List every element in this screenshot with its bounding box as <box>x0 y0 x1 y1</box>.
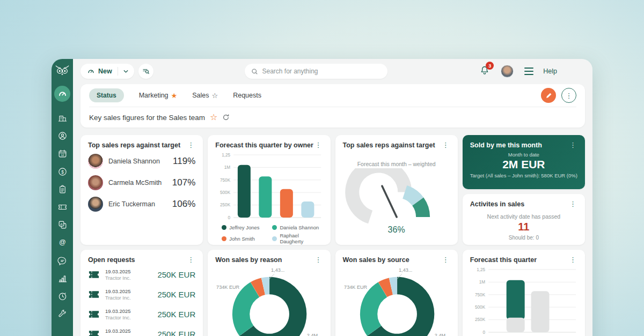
at-icon: @ <box>57 237 68 248</box>
request-company: Tractor Inc. <box>105 275 131 281</box>
card-menu-icon[interactable]: ⋮ <box>186 141 195 148</box>
card-menu-icon[interactable]: ⋮ <box>441 141 450 148</box>
card-menu-icon[interactable]: ⋮ <box>568 141 577 148</box>
request-amount: 250K EUR <box>157 330 195 336</box>
card-menu-icon[interactable]: ⋮ <box>314 141 323 148</box>
svg-text:734K EUR: 734K EUR <box>344 285 367 290</box>
card-menu-icon[interactable]: ⋮ <box>441 256 450 263</box>
contacts-icon <box>57 131 68 141</box>
notifications-button[interactable]: 3 <box>479 65 490 78</box>
help-link[interactable]: Help <box>543 68 557 75</box>
rep-percentage: 106% <box>172 199 195 210</box>
svg-text:@: @ <box>59 239 66 247</box>
list-item[interactable]: Eric Tuckerman 106% <box>88 195 195 213</box>
sidebar-item-settings[interactable] <box>56 308 69 320</box>
svg-text:12: 12 <box>61 154 64 157</box>
user-avatar[interactable] <box>501 65 514 78</box>
sidebar-item-email[interactable]: @ <box>56 236 69 249</box>
logo-owl-icon <box>55 64 70 77</box>
rep-percentage: 119% <box>173 156 195 167</box>
card-menu-icon[interactable]: ⋮ <box>568 256 577 263</box>
request-date: 19.03.2025 <box>105 288 131 295</box>
card-menu-icon[interactable]: ⋮ <box>314 256 323 263</box>
sidebar-item-targets[interactable] <box>56 289 69 302</box>
request-date: 19.03.2025 <box>105 268 131 275</box>
request-list-item[interactable]: 19.03.2025 Tractor Inc. 250K EUR <box>88 305 195 323</box>
svg-text:1M: 1M <box>479 280 486 285</box>
company-icon <box>57 113 68 123</box>
menu-button[interactable] <box>524 68 533 75</box>
card-menu-icon[interactable]: ⋮ <box>568 200 577 207</box>
list-item[interactable]: Daniela Shannon 119% <box>88 152 195 170</box>
card-title: Top sales reps against target <box>343 141 435 149</box>
svg-text:750K: 750K <box>220 178 231 183</box>
card-title: Forecast this quarter <box>470 256 537 264</box>
new-gauge-icon <box>87 68 95 76</box>
svg-text:250K: 250K <box>475 317 486 322</box>
tab-marketing[interactable]: Marketing ★ <box>139 92 178 99</box>
card-title: Activites in sales <box>470 200 524 208</box>
sidebar-item-statistics[interactable] <box>56 272 69 285</box>
refresh-button[interactable] <box>222 114 230 121</box>
search-bar <box>245 64 387 79</box>
sold-value: 2M EUR <box>470 158 577 171</box>
card-forecast-by-owner: Forecast this quarter by owner ⋮ 1,251M7… <box>208 135 330 245</box>
request-list-item[interactable]: 19.03.2025 Tractor Inc. 250K EUR <box>88 286 195 303</box>
edit-dashboard-button[interactable] <box>541 88 556 103</box>
request-company: Tractor Inc. <box>105 295 131 301</box>
svg-text:1,43...: 1,43... <box>271 267 284 273</box>
request-company: Tractor Inc. <box>105 315 131 321</box>
request-list-item[interactable]: 19.03.2025 Tractor Inc. 250K EUR <box>88 266 195 283</box>
request-amount: 250K EUR <box>157 270 195 279</box>
rep-name: Carmela McSmith <box>108 179 167 186</box>
star-filled-icon: ★ <box>171 92 178 99</box>
legend-dot-icon <box>222 225 226 230</box>
stacked-cards-column: Sold by me this month ⋮ Month to date 2M… <box>463 135 585 245</box>
card-target-gauge: Top sales reps against target ⋮ Forecast… <box>335 135 458 245</box>
sidebar-item-calendar[interactable]: 12 <box>56 147 69 160</box>
tab-sales[interactable]: Sales ☆ <box>192 92 218 99</box>
svg-text:$: $ <box>61 169 64 174</box>
svg-text:2,4M...: 2,4M... <box>434 333 449 336</box>
tab-status[interactable]: Status <box>89 88 124 102</box>
sidebar-item-deals[interactable]: $ <box>56 165 69 178</box>
card-sold-by-me: Sold by me this month ⋮ Month to date 2M… <box>463 135 585 189</box>
donut-chart: 2,4M...734K EUR1,43... <box>215 265 323 336</box>
new-dropdown-button[interactable] <box>118 64 134 79</box>
search-input[interactable] <box>262 68 381 75</box>
gauge-subtitle: Forecast this month – weighted <box>343 161 450 167</box>
ticket-icon <box>57 202 68 212</box>
new-button-label: New <box>98 68 112 75</box>
card-menu-icon[interactable]: ⋮ <box>186 256 195 263</box>
calendar-icon: 12 <box>57 148 68 159</box>
svg-text:734K EUR: 734K EUR <box>216 285 239 290</box>
request-date: 19.03.2025 <box>105 328 131 334</box>
sidebar-item-invoices[interactable] <box>56 183 69 196</box>
card-won-by-source: Won sales by source ⋮ 2,4M...734K EUR1,4… <box>335 250 458 336</box>
dashboard-menu-button[interactable]: ⋮ <box>561 88 576 103</box>
legend-dot-icon <box>272 236 277 241</box>
legend-label: John Smith <box>229 236 255 242</box>
refresh-icon <box>222 114 230 121</box>
request-list-item[interactable]: 19.03.2025 Tractor Inc. 250K EUR <box>88 325 195 336</box>
sidebar-item-chat[interactable] <box>56 254 69 267</box>
pencil-icon <box>545 92 552 99</box>
card-top-sales-reps: Top sales reps against target ⋮ Daniela … <box>80 135 203 245</box>
toolbar: New <box>73 59 592 81</box>
list-item[interactable]: Carmela McSmith 107% <box>88 174 195 192</box>
projects-icon <box>57 220 68 230</box>
sidebar-item-projects[interactable] <box>56 219 69 232</box>
tab-requests[interactable]: Requests <box>233 92 261 99</box>
sidebar-item-contacts[interactable] <box>56 130 69 143</box>
sidebar-item-dashboard[interactable] <box>54 86 70 102</box>
activities-value: 11 <box>470 221 577 233</box>
tab-bar: Status Marketing ★ Sales ☆ Requests <box>89 84 576 107</box>
new-button[interactable]: New <box>80 64 118 79</box>
sidebar-item-company[interactable] <box>56 112 69 125</box>
avatar <box>88 154 103 169</box>
legend-label: Jeffrey Jones <box>229 225 259 230</box>
advanced-filter-button[interactable] <box>138 64 153 79</box>
sold-target: Target (All sales – John smith): 580K EU… <box>470 173 577 178</box>
favorite-star-icon[interactable]: ☆ <box>210 113 217 122</box>
sidebar-item-tickets[interactable] <box>56 201 69 214</box>
